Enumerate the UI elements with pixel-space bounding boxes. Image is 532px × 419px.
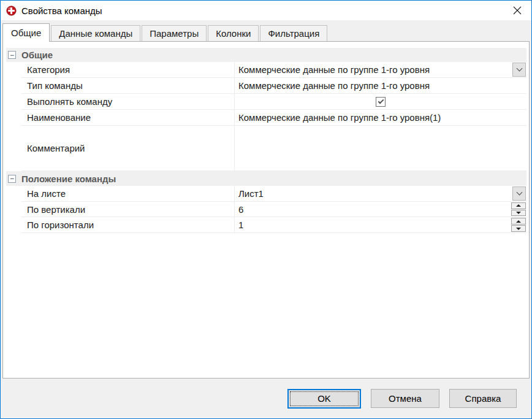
chevron-down-icon [516, 190, 522, 196]
section-title: Общие [21, 50, 53, 60]
app-icon[interactable] [6, 6, 17, 16]
dialog-footer: OK Отмена Справка [1, 379, 531, 418]
tab-general[interactable]: Общие [2, 23, 50, 42]
section-header-position[interactable]: − Положение команды [6, 171, 526, 186]
tab-command-data[interactable]: Данные команды [51, 25, 140, 41]
row-label: На листе [21, 186, 234, 202]
spinner-down-icon [516, 228, 521, 230]
row-execute-command: Выполнять команду [6, 94, 526, 110]
row-vertical: По вертикали 6 [6, 202, 526, 217]
name-value: Коммерческие данные по группе 1-го уровн… [238, 112, 441, 123]
section-title: Положение команды [21, 174, 116, 184]
row-category: Категория Коммерческие данные по группе … [6, 62, 526, 78]
cancel-button[interactable]: Отмена [371, 389, 439, 408]
tab-columns[interactable]: Колонки [208, 25, 259, 41]
row-sheet: На листе Лист1 [6, 186, 526, 202]
row-name: Наименование Коммерческие данные по груп… [6, 110, 526, 126]
execute-command-value-cell [234, 94, 526, 110]
row-label: По вертикали [21, 202, 234, 217]
close-button[interactable] [503, 1, 531, 20]
row-label: Тип команды [21, 78, 234, 94]
spinner-down-button[interactable] [511, 210, 526, 217]
spinner-up-icon [516, 220, 521, 223]
command-type-value-cell[interactable]: Коммерческие данные по группе 1-го уровн… [234, 78, 526, 94]
property-grid: − Общие Категория Коммерческие данные по… [6, 48, 526, 233]
category-value: Коммерческие данные по группе 1-го уровн… [238, 64, 430, 75]
window-title: Свойства команды [21, 6, 102, 16]
row-command-type: Тип команды Коммерческие данные по групп… [6, 78, 526, 94]
row-label: Комментарий [21, 126, 234, 171]
horizontal-value: 1 [238, 220, 243, 230]
section-header-general[interactable]: − Общие [6, 48, 526, 62]
chevron-down-icon [516, 66, 522, 72]
sheet-value-cell[interactable]: Лист1 [234, 186, 526, 202]
category-value-cell[interactable]: Коммерческие данные по группе 1-го уровн… [234, 62, 526, 78]
check-icon [378, 98, 384, 104]
spinner-down-button[interactable] [511, 225, 526, 232]
vertical-value-cell[interactable]: 6 [234, 202, 526, 217]
close-icon [513, 6, 522, 15]
vertical-value: 6 [238, 204, 243, 215]
row-label: Наименование [21, 110, 234, 126]
sheet-value: Лист1 [238, 188, 264, 199]
ok-button[interactable]: OK [287, 389, 361, 409]
category-dropdown-button[interactable] [512, 63, 526, 77]
execute-command-checkbox[interactable] [376, 97, 386, 107]
collapse-icon[interactable]: − [8, 51, 16, 59]
properties-dialog: Свойства команды Общие Данные команды Па… [0, 0, 532, 419]
spinner-up-icon [516, 204, 521, 207]
row-comment: Комментарий [6, 126, 526, 171]
spinner-up-button[interactable] [511, 202, 526, 209]
help-button[interactable]: Справка [449, 389, 517, 408]
sheet-dropdown-button[interactable] [512, 186, 526, 201]
titlebar[interactable]: Свойства команды [1, 1, 531, 20]
comment-value-cell[interactable] [234, 126, 526, 171]
horizontal-value-cell[interactable]: 1 [234, 217, 526, 233]
vertical-spinner [511, 202, 526, 216]
collapse-icon[interactable]: − [8, 175, 16, 183]
horizontal-spinner [511, 218, 526, 232]
row-label: Выполнять команду [21, 94, 234, 110]
tab-strip: Общие Данные команды Параметры Колонки Ф… [1, 20, 531, 41]
row-label: Категория [21, 62, 234, 78]
tab-filtering[interactable]: Фильтрация [260, 25, 327, 41]
command-type-value: Коммерческие данные по группе 1-го уровн… [238, 80, 430, 91]
row-horizontal: По горизонтали 1 [6, 217, 526, 233]
name-value-cell[interactable]: Коммерческие данные по группе 1-го уровн… [234, 110, 526, 126]
tab-page-general: − Общие Категория Коммерческие данные по… [2, 41, 530, 379]
row-label: По горизонтали [21, 217, 234, 233]
tab-parameters[interactable]: Параметры [142, 25, 207, 41]
spinner-down-icon [516, 212, 521, 214]
spinner-up-button[interactable] [511, 218, 526, 225]
